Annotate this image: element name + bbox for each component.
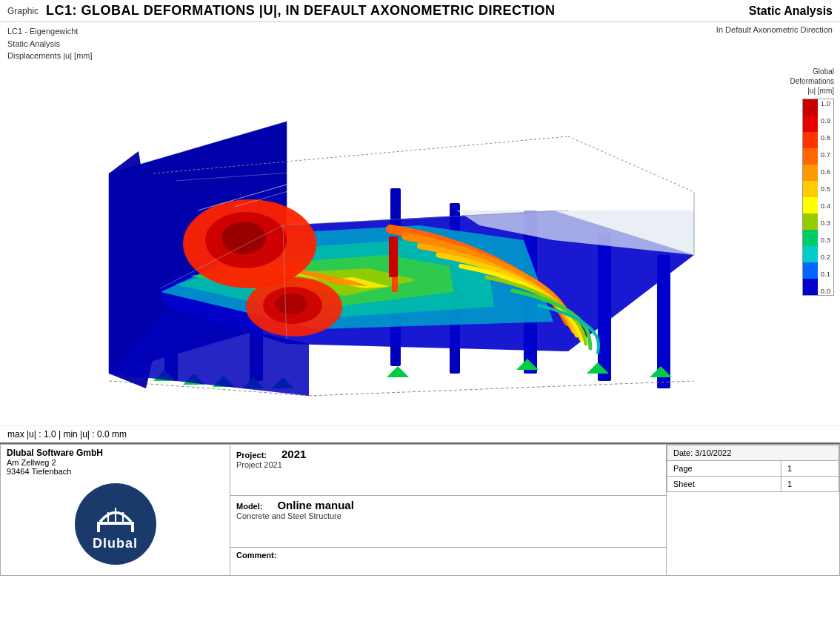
dlubal-logo-icon: [93, 496, 138, 534]
page-label-cell: Page: [667, 460, 781, 476]
legend-color-3: [803, 132, 818, 148]
header-left: Graphic LC1: GLOBAL DEFORMATIONS |U|, IN…: [7, 3, 555, 19]
footer-project-cell: Project: 2021 Project 2021: [230, 444, 667, 496]
info-row: LC1 - Eigengewicht Static Analysis Displ…: [0, 22, 840, 62]
deformation-svg: [0, 62, 766, 425]
legend-color-5: [803, 165, 818, 181]
viz-area: GlobalDeformations|u| [mm] 1.0 0.9 0.: [0, 62, 840, 425]
footer-company-cell: Dlubal Software GmbH Am Zellweg 2 93464 …: [1, 444, 230, 575]
legend-value-11: 0.1: [821, 270, 830, 278]
info-right: In Default Axonometric Direction: [716, 25, 833, 62]
legend-color-6: [803, 181, 818, 197]
graphic-label: Graphic: [7, 6, 39, 16]
legend-title: GlobalDeformations|u| [mm]: [790, 67, 834, 96]
model-label: Model:: [236, 502, 262, 511]
legend-value-4: 0.7: [821, 150, 830, 159]
footer-table: Dlubal Software GmbH Am Zellweg 2 93464 …: [0, 444, 840, 576]
info-left: LC1 - Eigengewicht Static Analysis Displ…: [7, 25, 93, 62]
date-cell: Date: 3/10/2022: [667, 445, 839, 460]
svg-rect-48: [97, 522, 134, 525]
legend-color-2: [803, 116, 818, 132]
viz-canvas: [0, 62, 766, 425]
analysis-info: Static Analysis: [7, 38, 93, 50]
comment-label: Comment:: [236, 551, 276, 560]
status-bar: max |u| : 1.0 | min |u| : 0.0 mm: [0, 425, 840, 444]
date-page-table: Date: 3/10/2022 Page 1 Sheet: [667, 445, 839, 492]
svg-point-30: [221, 222, 266, 254]
legend-color-4: [803, 148, 818, 165]
legend-scale: 1.0 0.9 0.8 0.7 0.6 0.5 0.4 0.3 0.3 0.2 …: [802, 99, 834, 296]
date-label: Date: 3/10/2022: [673, 448, 731, 457]
page-label: Page: [673, 464, 693, 473]
page-value: 1: [787, 464, 792, 473]
svg-point-33: [275, 294, 307, 314]
legend-labels: 1.0 0.9 0.8 0.7 0.6 0.5 0.4 0.3 0.3 0.2 …: [818, 99, 833, 295]
dlubal-logo-text: Dlubal: [93, 536, 138, 551]
lc1-info: LC1 - Eigengewicht: [7, 25, 93, 38]
legend-value-5: 0.6: [821, 168, 830, 176]
legend-value-10: 0.2: [821, 253, 830, 261]
legend-color-1: [803, 99, 818, 116]
company-name: Dlubal Software GmbH: [7, 448, 224, 458]
header-title: LC1: GLOBAL DEFORMATIONS |U|, IN DEFAULT…: [46, 3, 555, 19]
legend-value-9: 0.3: [821, 236, 830, 244]
project-label: Project:: [236, 451, 267, 460]
company-address2: 93464 Tiefenbach: [7, 467, 224, 476]
legend-value-2: 0.9: [821, 116, 830, 125]
model-value: Online manual: [277, 499, 353, 511]
header: Graphic LC1: GLOBAL DEFORMATIONS |U|, IN…: [0, 0, 840, 22]
legend-color-9: [803, 230, 818, 246]
legend-color-11: [803, 262, 818, 279]
company-address1: Am Zellweg 2: [7, 458, 224, 467]
legend-value-6: 0.5: [821, 185, 830, 193]
displacements-info: Displacements |u| [mm]: [7, 50, 93, 62]
svg-rect-34: [389, 236, 398, 277]
logo-container: Dlubal: [7, 476, 224, 572]
footer-model-cell: Model: Online manual Concrete and Steel …: [230, 496, 667, 548]
legend-value-12: 0.0: [821, 287, 830, 295]
status-text: max |u| : 1.0 | min |u| : 0.0 mm: [7, 429, 127, 440]
sheet-value-cell: 1: [781, 476, 839, 491]
legend-value-7: 0.4: [821, 202, 830, 210]
sheet-label-cell: Sheet: [667, 476, 781, 491]
footer-right-cell: Date: 3/10/2022 Page 1 Sheet: [667, 444, 840, 575]
dlubal-logo: Dlubal: [75, 483, 156, 565]
legend-value-3: 0.8: [821, 133, 830, 142]
header-static-analysis: Static Analysis: [749, 4, 833, 18]
model-sub: Concrete and Steel Structure: [236, 511, 660, 520]
legend: GlobalDeformations|u| [mm] 1.0 0.9 0.: [766, 62, 840, 425]
legend-color-10: [803, 246, 818, 262]
legend-color-12: [803, 279, 818, 295]
svg-rect-50: [131, 522, 134, 532]
legend-colors: [803, 99, 818, 295]
footer-comment-cell: Comment:: [230, 547, 667, 575]
sheet-value: 1: [787, 480, 792, 488]
legend-color-7: [803, 197, 818, 213]
legend-value-1: 1.0: [821, 99, 830, 107]
svg-rect-35: [392, 277, 398, 292]
page-value-cell: 1: [781, 460, 839, 476]
legend-value-8: 0.3: [821, 219, 830, 227]
sheet-label: Sheet: [673, 480, 695, 488]
legend-color-8: [803, 213, 818, 230]
svg-rect-49: [97, 522, 100, 532]
project-value: 2021: [281, 448, 306, 460]
project-sub: Project 2021: [236, 460, 660, 469]
